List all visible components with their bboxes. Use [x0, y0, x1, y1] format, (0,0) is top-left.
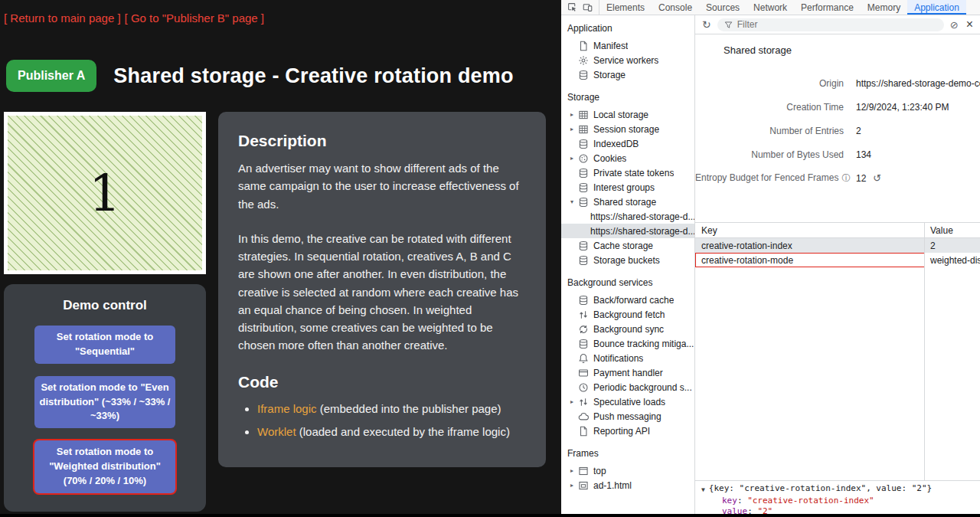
ad-creative-iframe[interactable]: 1: [4, 112, 206, 274]
tree-item-label: Interest groups: [593, 182, 655, 193]
filter-box: [717, 18, 944, 31]
key-cell: creative-rotation-mode: [695, 253, 925, 267]
tree-item[interactable]: ▸ Local storage: [561, 107, 694, 122]
tree-item[interactable]: Manifest: [561, 38, 694, 53]
tree-item[interactable]: ▸ Session storage: [561, 122, 694, 136]
expander-icon: ▸: [570, 467, 578, 474]
top-nav: [ Return to main page ][ Go to "Publishe…: [0, 0, 561, 25]
section-header: Storage: [561, 90, 694, 107]
key-column-header[interactable]: Key: [695, 225, 925, 236]
column-resize-handle[interactable]: [924, 223, 925, 480]
reset-budget-icon[interactable]: ↺: [873, 172, 881, 184]
device-toolbar-icon[interactable]: [583, 2, 593, 12]
clock-icon: [578, 382, 589, 393]
tree-item-label: Background sync: [593, 324, 664, 335]
tree-item[interactable]: ▸ Cookies: [561, 151, 694, 165]
sync-icon: [578, 324, 589, 335]
preview-summary: {key: "creative-rotation-index", value: …: [709, 483, 932, 494]
devtools-tab[interactable]: Memory: [861, 0, 907, 15]
page-title: Shared storage - Creative rotation demo: [113, 64, 513, 88]
tree-item[interactable]: ▾ Shared storage: [561, 195, 694, 209]
close-icon[interactable]: ×: [966, 18, 973, 31]
tree-item[interactable]: ▸ ad-1.html: [561, 478, 694, 492]
tree-item[interactable]: https://shared-storage-d...: [561, 224, 694, 238]
tree-item[interactable]: Notifications: [561, 351, 694, 365]
preview-properties: key: "creative-rotation-index" value: "2…: [701, 496, 974, 516]
tree-item-label: Shared storage: [593, 197, 656, 208]
rotation-mode-button[interactable]: Set rotation mode to "Sequential": [34, 326, 175, 364]
nav-link[interactable]: [ Return to main page ]: [4, 11, 121, 25]
devtools-tab[interactable]: Console: [652, 0, 699, 15]
clear-icon[interactable]: ⊘: [950, 19, 959, 31]
devtools-tab[interactable]: Application: [907, 0, 966, 15]
collapse-caret-icon[interactable]: ▼: [701, 483, 705, 496]
tree-item-label: Cookies: [593, 153, 626, 164]
tree-item[interactable]: Background fetch: [561, 307, 694, 322]
inspect-element-icon[interactable]: [567, 2, 577, 12]
tree-item[interactable]: Storage buckets: [561, 253, 694, 267]
rotation-mode-button[interactable]: Set rotation mode to "Even distribution"…: [34, 376, 175, 429]
code-link[interactable]: Worklet: [257, 425, 296, 438]
devtools-tab[interactable]: Network: [746, 0, 794, 15]
tree-item-label: Back/forward cache: [593, 295, 674, 306]
table-row[interactable]: creative-rotation-index 2: [695, 238, 980, 253]
doc-icon: [578, 41, 589, 51]
preview-property-name: key: [722, 496, 737, 506]
tree-item[interactable]: ▸ Speculative loads: [561, 394, 694, 409]
tree-item-label: IndexedDB: [593, 139, 639, 149]
preview-summary-row: ▼ {key: "creative-rotation-index", value…: [701, 483, 974, 496]
tree-item[interactable]: Periodic background s...: [561, 380, 694, 394]
code-link-suffix: (embedded into the publisher page): [317, 402, 501, 415]
value-column-header[interactable]: Value: [925, 225, 980, 236]
tree-item-label: Notifications: [593, 353, 643, 364]
section-header: Frames: [561, 447, 694, 463]
tree-item-label: https://shared-storage-d...: [590, 226, 694, 237]
tree-item[interactable]: Private state tokens: [561, 165, 694, 180]
tree-item[interactable]: Cache storage: [561, 238, 694, 253]
tree-item[interactable]: Back/forward cache: [561, 293, 694, 307]
tree-item[interactable]: Interest groups: [561, 180, 694, 195]
code-link[interactable]: Iframe logic: [257, 402, 317, 415]
tree-item-label: Background fetch: [593, 309, 665, 320]
devtools-tab[interactable]: Sources: [699, 0, 746, 15]
info-icon[interactable]: ⓘ: [841, 173, 850, 182]
gear-icon: [578, 55, 589, 66]
nav-link[interactable]: [ Go to "Publisher B" page ]: [125, 11, 264, 25]
code-list: Iframe logic (embedded into the publishe…: [238, 401, 526, 441]
tree-item[interactable]: Reporting API: [561, 424, 694, 438]
tree-item[interactable]: Bounce tracking mitiga...: [561, 336, 694, 351]
metadata-value: 134: [856, 149, 871, 160]
metadata-row: Creation Time 12/9/2024, 1:23:40 PM: [695, 95, 980, 119]
table-row[interactable]: creative-rotation-mode weighted-dist: [695, 253, 980, 267]
refresh-icon[interactable]: ↻: [702, 18, 711, 31]
rotation-mode-button[interactable]: Set rotation mode to "Weighted distribut…: [34, 440, 175, 493]
panel-content: Shared storage Origin https://shared-sto…: [695, 34, 980, 516]
page-content: 1 Demo control Set rotation mode to "Seq…: [4, 112, 561, 512]
metadata-value: https://shared-storage-demo-co: [856, 78, 980, 89]
tree-item[interactable]: Background sync: [561, 322, 694, 336]
entry-preview-pane: ▼ {key: "creative-rotation-index", value…: [695, 480, 980, 516]
tree-item[interactable]: Push messaging: [561, 409, 694, 424]
key-cell: creative-rotation-index: [695, 238, 925, 253]
filter-input[interactable]: [737, 19, 937, 30]
grid-icon: [578, 124, 589, 135]
metadata-row: Entropy Budget for Fenced Framesⓘ 12↺: [695, 166, 980, 190]
tree-item[interactable]: https://shared-storage-d...: [561, 209, 694, 224]
description-heading: Description: [238, 132, 526, 150]
tree-item-label: Bounce tracking mitiga...: [593, 339, 694, 349]
panel-toolbar: ↻ ⊘ ×: [695, 15, 980, 34]
devtools-tab[interactable]: Performance: [794, 0, 861, 15]
card-icon: [578, 368, 589, 378]
tree-item-label: ad-1.html: [593, 480, 632, 491]
tree-item[interactable]: Storage: [561, 67, 694, 82]
tree-item-label: Speculative loads: [593, 397, 665, 407]
tree-item-label: Local storage: [593, 110, 648, 120]
tree-item[interactable]: ▸ top: [561, 463, 694, 478]
metadata-label: Entropy Budget for Fenced Frames: [695, 172, 838, 183]
devtools-tab-bar: ElementsConsoleSourcesNetworkPerformance…: [561, 0, 980, 15]
devtools-tab[interactable]: Elements: [599, 0, 652, 15]
tree-item[interactable]: Service workers: [561, 53, 694, 67]
tree-item[interactable]: IndexedDB: [561, 136, 694, 151]
tree-item[interactable]: Payment handler: [561, 365, 694, 380]
devtools-toolbar-icons: [561, 0, 599, 15]
